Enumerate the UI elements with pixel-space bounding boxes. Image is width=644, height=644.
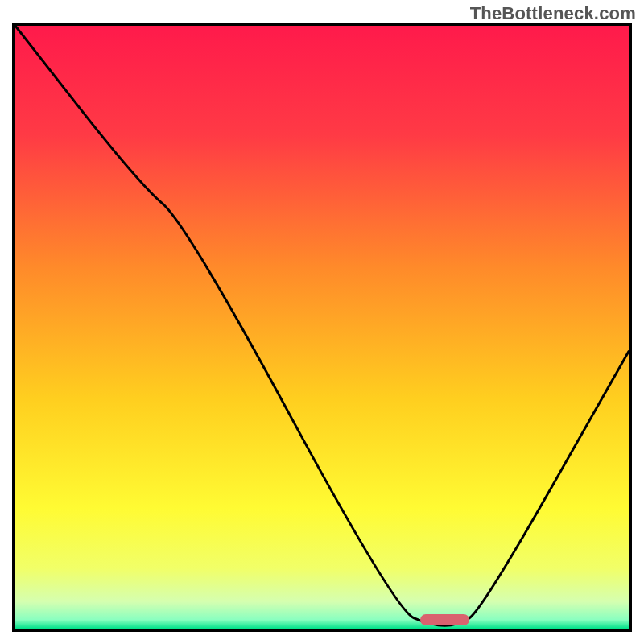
plot-area xyxy=(12,23,632,632)
bottleneck-chart: TheBottleneck.com xyxy=(0,0,644,644)
bottleneck-curve xyxy=(15,26,629,625)
sweet-spot-marker xyxy=(420,614,469,625)
curve-layer xyxy=(15,26,629,629)
watermark-text: TheBottleneck.com xyxy=(470,3,636,24)
